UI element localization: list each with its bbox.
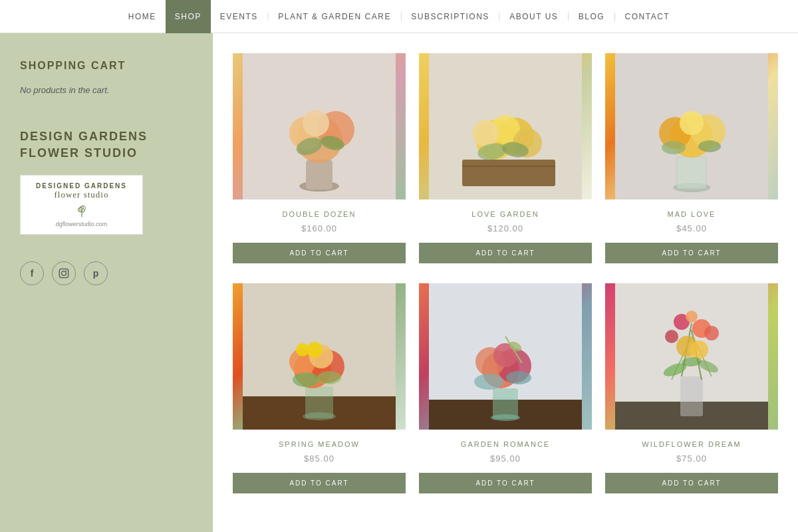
product-name-6: WILDFLOWER DREAM <box>642 440 741 448</box>
svg-rect-32 <box>678 158 706 188</box>
add-to-cart-button-5[interactable]: ADD TO CART <box>419 473 592 493</box>
product-price-2: $120.00 <box>487 223 523 233</box>
product-card-2: LOVE GARDEN $120.00 ADD TO CART <box>419 53 592 263</box>
svg-rect-65 <box>680 376 703 416</box>
product-name-3: MAD LOVE <box>668 210 716 218</box>
product-card-4: SPRING MEADOW $85.00 ADD TO CART <box>233 283 406 493</box>
add-to-cart-button-1[interactable]: ADD TO CART <box>233 243 406 263</box>
svg-point-60 <box>506 371 531 384</box>
product-image-5 <box>419 283 592 430</box>
nav-contact[interactable]: CONTACT <box>616 12 680 21</box>
svg-point-49 <box>293 372 319 387</box>
product-price-6: $75.00 <box>676 454 707 464</box>
svg-point-73 <box>704 326 719 340</box>
product-card-3: MAD LOVE $45.00 ADD TO CART <box>605 53 778 263</box>
product-price-4: $85.00 <box>304 454 334 464</box>
add-to-cart-button-6[interactable]: ADD TO CART <box>605 473 778 493</box>
product-image-6 <box>605 283 778 430</box>
product-image-4 <box>233 283 406 430</box>
main-content: DOUBLE DOZEN $160.00 ADD TO CART <box>213 33 798 532</box>
svg-rect-42 <box>305 386 333 418</box>
add-to-cart-button-3[interactable]: ADD TO CART <box>605 243 778 263</box>
logo-text-top: DESIGNED GARDENS <box>36 182 127 190</box>
svg-rect-54 <box>493 388 518 419</box>
nav-plant-garden[interactable]: PLANT & GARDEN CARE <box>269 12 400 21</box>
product-image-1 <box>233 53 406 200</box>
svg-point-48 <box>296 343 309 356</box>
product-name-2: LOVE GARDEN <box>471 210 539 218</box>
product-price-1: $160.00 <box>301 223 337 233</box>
sidebar: SHOPPING CART No products in the cart. D… <box>0 33 213 532</box>
nav-blog[interactable]: BLOG <box>569 12 614 21</box>
cart-empty-message: No products in the cart. <box>20 85 193 95</box>
svg-point-76 <box>690 340 708 359</box>
logo-url: dgflowerstudio.com <box>56 221 108 227</box>
product-price-3: $45.00 <box>676 223 707 233</box>
product-card-5: GARDEN ROMANCE $95.00 ADD TO CART <box>419 283 592 493</box>
product-name-5: GARDEN ROMANCE <box>461 440 550 448</box>
svg-point-72 <box>665 330 678 343</box>
logo-plant-icon <box>68 203 95 218</box>
svg-point-50 <box>317 371 341 384</box>
svg-rect-10 <box>306 160 332 190</box>
logo-text-mid: flower studio <box>55 190 109 200</box>
brand-title: DESIGN GARDENS FLOWER STUDIO <box>20 128 193 162</box>
product-grid: DOUBLE DOZEN $160.00 ADD TO CART <box>233 53 778 493</box>
product-image-3 <box>605 53 778 200</box>
svg-point-38 <box>698 140 721 152</box>
page-wrapper: SHOPPING CART No products in the cart. D… <box>0 33 798 532</box>
product-name-4: SPRING MEADOW <box>279 440 360 448</box>
svg-rect-4 <box>59 269 68 278</box>
nav-shop[interactable]: SHOP <box>166 0 211 33</box>
pinterest-icon[interactable]: p <box>84 261 108 285</box>
svg-point-24 <box>472 120 499 146</box>
svg-rect-19 <box>462 160 555 186</box>
nav-home[interactable]: HOME <box>119 12 166 21</box>
nav-about[interactable]: ABOUT US <box>500 12 567 21</box>
cart-title: SHOPPING CART <box>20 60 193 72</box>
product-card-1: DOUBLE DOZEN $160.00 ADD TO CART <box>233 53 406 263</box>
svg-point-36 <box>680 111 704 135</box>
add-to-cart-button-2[interactable]: ADD TO CART <box>419 243 592 263</box>
svg-point-59 <box>474 374 503 390</box>
social-icons: f p <box>20 261 193 285</box>
facebook-icon[interactable]: f <box>20 261 44 285</box>
svg-point-5 <box>62 271 66 276</box>
product-image-2 <box>419 53 592 200</box>
product-card-6: WILDFLOWER DREAM $75.00 ADD TO CART <box>605 283 778 493</box>
instagram-icon[interactable] <box>52 261 76 285</box>
svg-point-37 <box>662 141 686 154</box>
product-name-1: DOUBLE DOZEN <box>283 210 356 218</box>
svg-point-74 <box>686 311 698 323</box>
svg-point-6 <box>66 271 67 272</box>
main-nav: HOME SHOP EVENTS | PLANT & GARDEN CARE |… <box>0 0 798 33</box>
product-price-5: $95.00 <box>490 454 521 464</box>
svg-point-14 <box>303 110 329 136</box>
nav-subscriptions[interactable]: SUBSCRIPTIONS <box>402 12 499 21</box>
add-to-cart-button-4[interactable]: ADD TO CART <box>233 473 406 493</box>
nav-events[interactable]: EVENTS <box>211 12 267 21</box>
brand-logo: DESIGNED GARDENS flower studio dgflowers… <box>20 175 143 235</box>
